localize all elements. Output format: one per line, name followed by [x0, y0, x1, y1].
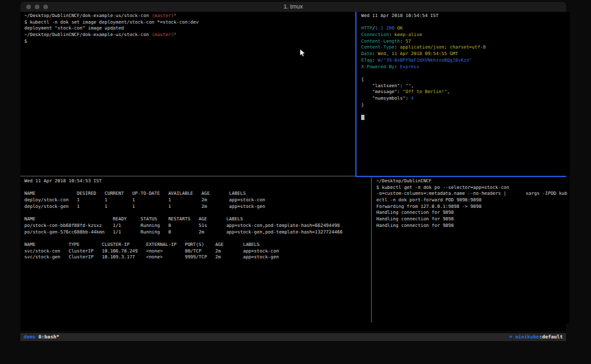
terminal-line: Wed 11 Apr 2018 10:54:53 IST — [24, 178, 374, 185]
terminal-line: NAME TYPE CLUSTER-IP EXTERNAL-IP PORT(S)… — [24, 242, 374, 249]
terminal-line: HTTP/1.1 200 OK — [361, 26, 570, 32]
close-button[interactable] — [26, 5, 31, 9]
title-bar: 1. tmux — [20, 2, 566, 12]
terminal-line — [24, 235, 374, 242]
pane-divider-vertical-bottom[interactable] — [371, 177, 372, 323]
minimize-button[interactable] — [35, 5, 39, 9]
tmux-status-bar: demo 0:bash* ☸ minikube:default — [20, 333, 566, 341]
window-tab-bash[interactable]: 0:bash* — [35, 334, 59, 340]
status-right: ☸ minikube:default — [510, 333, 563, 341]
terminal-line: deploy/stock-gen 1 1 1 1 2m app=stock-ge… — [24, 204, 374, 211]
terminal-line: ~/Desktop/DublinCNCF/dok-example-us/stoc… — [24, 32, 359, 39]
tmux-content: ~/Desktop/DublinCNCF/dok-example-us/stoc… — [20, 12, 566, 323]
terminal-line: po/stock-gen-576cc688bb-44kmn 1/1 Runnin… — [24, 230, 374, 236]
kube-context: minikube — [515, 334, 539, 340]
terminal-line: svc/stock-gen ClusterIP 10.109.3.177 <no… — [24, 254, 374, 261]
terminal-line: svc/stock-con ClusterIP 10.106.78.249 <n… — [24, 249, 374, 255]
pane-divider-horizontal-right[interactable] — [355, 176, 566, 177]
terminal-line: ~/Desktop/DublinCNCF/dok-example-us/stoc… — [24, 13, 359, 20]
terminal-line: deploy/stock-con 1 1 1 1 2m app=stock-co… — [24, 197, 374, 204]
terminal-line: Handling connection for 9898 — [376, 210, 569, 216]
terminal-line: "message": "Off to Berlin!", — [361, 89, 570, 96]
terminal-line: { — [361, 77, 570, 83]
terminal-line: $ kubectl -n dok set image deployment/st… — [24, 20, 359, 26]
terminal-window: 1. tmux ~/Desktop/DublinCNCF/dok-example… — [20, 2, 566, 331]
terminal-line: NAME DESIRED CURRENT UP-TO-DATE AVAILABL… — [24, 191, 374, 197]
kube-namespace: :default — [539, 334, 563, 340]
terminal-line: Date: Wed, 11 Apr 2018 09:54:55 GMT — [361, 51, 570, 58]
terminal-line — [361, 20, 570, 26]
terminal-cursor — [361, 115, 364, 120]
terminal-line — [361, 70, 570, 77]
pane-divider-horizontal-left[interactable] — [20, 176, 355, 176]
zoom-button[interactable] — [43, 5, 48, 9]
terminal-line — [361, 115, 570, 121]
window-title: 1. tmux — [20, 2, 566, 12]
mouse-cursor — [299, 49, 306, 57]
terminal-line: Handling connection for 9898 — [376, 216, 569, 223]
terminal-line: Forwarding from 127.0.0.1:9898 -> 9898 — [376, 204, 569, 211]
terminal-line: ETag: W/"39-0xBPf9aF1dXVNkhsxoBQgJ8vKzo" — [361, 58, 570, 64]
terminal-line: "numsymbols": 4 — [361, 96, 570, 102]
terminal-line: Handling connection for 9898 — [376, 223, 569, 230]
status-left: demo 0:bash* — [24, 333, 59, 341]
pane-bottom-right-port-forward[interactable]: ~/Desktop/DublinCNCF$ kubectl get -n dok… — [372, 177, 569, 323]
pane-top-right-http-response[interactable]: Wed 11 Apr 2018 10:54:54 IST HTTP/1.1 20… — [357, 12, 570, 176]
kubernetes-helm-icon: ☸ — [510, 334, 515, 340]
terminal-line: -o=custom-columns=:metadata.name --no-he… — [376, 191, 569, 197]
session-name: demo — [24, 334, 35, 340]
terminal-line: $ kubectl get -n dok po --selector=app=s… — [376, 185, 569, 192]
terminal-line: Content-Type: application/json; charset=… — [361, 45, 570, 51]
terminal-line — [24, 210, 374, 216]
terminal-line: "lastseen": "", — [361, 83, 570, 90]
terminal-line: ectl -n dok port-forward POD 9898:9898 — [376, 197, 569, 204]
terminal-line: } — [361, 102, 570, 109]
pane-divider-vertical-top[interactable] — [355, 12, 357, 176]
terminal-line: Connection: keep-alive — [361, 32, 570, 39]
terminal-line: po/stock-con-bb68f88fd-kzsxz 1/1 Running… — [24, 223, 374, 230]
terminal-line: Wed 11 Apr 2018 10:54:54 IST — [361, 13, 570, 20]
terminal-line: deployment "stock-con" image updated — [24, 26, 359, 32]
terminal-line — [24, 185, 374, 192]
terminal-line: NAME READY STATUS RESTARTS AGE LABELS — [24, 216, 374, 223]
traffic-lights — [26, 5, 48, 9]
pane-top-left-shell[interactable]: ~/Desktop/DublinCNCF/dok-example-us/stoc… — [20, 12, 359, 176]
terminal-line: ~/Desktop/DublinCNCF — [376, 178, 569, 185]
terminal-line: X-Powered-By: Express — [361, 64, 570, 71]
pane-bottom-left-kubectl-get[interactable]: Wed 11 Apr 2018 10:54:53 IST NAME DESIRE… — [20, 177, 374, 323]
terminal-line: $ — [24, 39, 359, 45]
terminal-line: Content-Length: 57 — [361, 39, 570, 45]
terminal-line — [361, 108, 570, 115]
